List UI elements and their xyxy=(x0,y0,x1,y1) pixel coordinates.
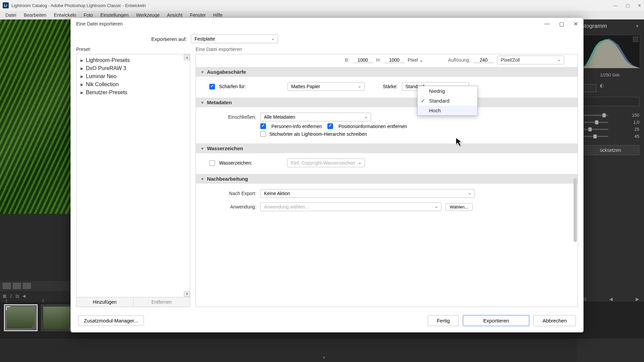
slider-row-0[interactable]: 150 xyxy=(577,112,644,119)
image-size-row: B: H: Pixel ⌄ Auflösung: Pixel/Zoll xyxy=(196,54,578,67)
choose-app-button[interactable]: Wählen... xyxy=(445,203,473,211)
preset-nik[interactable]: ▶Nik Collection xyxy=(77,80,189,88)
triangle-down-icon: ▼ xyxy=(201,101,204,105)
minimize-button[interactable]: — xyxy=(613,3,618,8)
export-to-select[interactable]: Festplatte xyxy=(191,35,278,43)
settings-panel: B: H: Pixel ⌄ Auflösung: Pixel/Zoll ▼ Au… xyxy=(196,54,578,307)
after-export-select[interactable]: Keine Aktion xyxy=(260,189,475,198)
strength-option-standard[interactable]: ✓Standard xyxy=(418,96,477,106)
reset-button[interactable]: ücksetzen xyxy=(582,145,639,155)
section-watermark-header[interactable]: ▼ Wasserzeichen xyxy=(196,143,578,153)
sharpen-checkbox[interactable] xyxy=(209,84,215,89)
width-label: B: xyxy=(345,57,349,63)
preset-dxo[interactable]: ▶DxO PureRAW 3 xyxy=(77,64,189,72)
after-export-value: Keine Aktion xyxy=(264,191,290,196)
include-value: Alle Metadaten xyxy=(264,114,295,120)
preset-remove-button[interactable]: Entfernen xyxy=(133,297,190,307)
expand-arrow-icon[interactable]: ▼ xyxy=(322,355,326,360)
dialog-minimize-button[interactable]: — xyxy=(544,21,550,27)
grid-icon[interactable]: ▦ xyxy=(3,294,6,298)
menu-bearbeiten[interactable]: Bearbeiten xyxy=(20,12,50,18)
resolution-unit-select[interactable]: Pixel/Zoll xyxy=(497,56,564,64)
window-controls: — ▢ ✕ xyxy=(613,3,641,8)
filmstrip-count: 2 xyxy=(10,294,12,298)
preset-box[interactable] xyxy=(582,97,639,106)
sharpen-for-value: Mattes Papier xyxy=(291,84,320,89)
remove-location-checkbox[interactable] xyxy=(327,123,333,129)
filmstrip-header: ▦ 2 ▤ ◀ xyxy=(0,292,74,300)
strength-option-low[interactable]: Niedrig xyxy=(418,86,477,96)
check-icon: ✓ xyxy=(421,98,425,104)
close-button[interactable]: ✕ xyxy=(638,3,641,8)
resolution-input[interactable] xyxy=(474,57,494,63)
section-sharpen-header[interactable]: ▼ Ausgabeschärfe xyxy=(196,67,578,77)
application-label: Anwendung: xyxy=(209,204,256,209)
thumb-index: 2 xyxy=(42,299,44,303)
include-select[interactable]: Alle Metadaten xyxy=(260,113,371,121)
export-to-label: Exportieren auf: xyxy=(151,36,187,42)
scroll-up-button[interactable]: ▴ xyxy=(184,54,190,60)
scroll-down-button[interactable]: ▾ xyxy=(184,291,190,297)
exposure-value: 1/250 Sek. xyxy=(600,72,621,77)
keywords-hierarchy-checkbox[interactable] xyxy=(260,131,266,137)
export-to-row: Exportieren auf: Festplatte xyxy=(71,30,583,47)
dialog-close-button[interactable]: ✕ xyxy=(574,21,578,27)
slider-row-2[interactable]: 25 xyxy=(577,126,644,133)
watermark-checkbox[interactable] xyxy=(209,160,215,166)
resolution-label: Auflösung: xyxy=(448,57,470,63)
tool-box[interactable] xyxy=(583,84,596,92)
application-select[interactable]: Anwendung wählen… xyxy=(260,202,441,211)
prev-icon[interactable]: ◀ xyxy=(22,294,25,298)
histogram-header[interactable]: stogramm ▼ xyxy=(577,19,644,33)
section-post-header[interactable]: ▼ Nachbearbeitung xyxy=(196,174,578,184)
cancel-button[interactable]: Abbrechen xyxy=(533,315,576,326)
preset-column: Preset: ▴ ▶Lightroom-Presets ▶DxO PureRA… xyxy=(76,47,190,307)
view-mode-1[interactable] xyxy=(3,283,11,289)
maximize-button[interactable]: ▢ xyxy=(626,3,630,8)
height-input[interactable] xyxy=(384,57,405,63)
view-mode-3[interactable] xyxy=(23,283,31,289)
plugin-manager-button[interactable]: Zusatzmodul-Manager... xyxy=(78,315,144,326)
dialog-footer: Zusatzmodul-Manager... Fertig Exportiere… xyxy=(71,310,583,332)
histogram-info: 1/250 Sek. xyxy=(577,70,644,79)
image-preview xyxy=(0,19,74,214)
done-button[interactable]: Fertig xyxy=(428,315,459,326)
section-watermark-body: Wasserzeichen: Einf. Copyright-Wasserzei… xyxy=(196,153,578,174)
thumbnail-2[interactable]: 2 xyxy=(41,304,74,331)
lamp-icon[interactable]: ◐ xyxy=(600,83,604,94)
histogram[interactable] xyxy=(581,35,640,68)
slider-value-1: 1,0 xyxy=(633,120,639,125)
preset-add-button[interactable]: Hinzufügen xyxy=(76,297,133,307)
width-input[interactable] xyxy=(353,57,373,63)
strength-dropdown: Niedrig ✓Standard Hoch xyxy=(417,86,478,116)
strength-option-high[interactable]: Hoch xyxy=(418,106,477,115)
export-button[interactable]: Exportieren xyxy=(463,315,530,326)
preset-luminar[interactable]: ▶Luminar Neo xyxy=(77,72,189,80)
dialog-maximize-button[interactable]: ▢ xyxy=(559,21,564,27)
highlight-clipping-icon[interactable] xyxy=(633,37,638,42)
slider-row-1[interactable]: 1,0 xyxy=(577,119,644,126)
grid2-icon[interactable]: ▤ xyxy=(15,294,19,298)
triangle-down-icon: ▼ xyxy=(201,70,204,74)
section-metadata-header[interactable]: ▼ Metadaten xyxy=(196,98,578,107)
export-dialog: Eine Datei exportieren — ▢ ✕ Exportieren… xyxy=(70,17,584,333)
chevron-right-icon[interactable]: ▶ xyxy=(636,296,639,302)
right-controls: ◐ xyxy=(577,79,644,112)
thumbnail-1[interactable]: 1 2 xyxy=(4,304,38,331)
sharpen-for-select[interactable]: Mattes Papier xyxy=(287,82,365,91)
preset-item-label: Lightroom-Presets xyxy=(86,57,130,63)
preset-lightroom[interactable]: ▶Lightroom-Presets xyxy=(77,56,189,64)
size-unit-select[interactable]: Pixel ⌄ xyxy=(408,57,428,63)
remove-person-checkbox[interactable] xyxy=(260,123,266,129)
menu-datei[interactable]: Datei xyxy=(2,12,20,18)
preset-user[interactable]: ▶Benutzer-Presets xyxy=(77,88,189,97)
section-post-title: Nachbearbeitung xyxy=(207,176,248,182)
application-value: Anwendung wählen… xyxy=(264,204,310,209)
option-label: Hoch xyxy=(429,108,441,113)
settings-scrollbar[interactable] xyxy=(574,178,577,242)
watermark-select[interactable]: Einf. Copyright-Wasserzeichen xyxy=(287,159,365,167)
slider-row-3[interactable]: 45 xyxy=(577,133,644,140)
view-mode-2[interactable] xyxy=(13,283,21,289)
chevron-left-icon[interactable]: ◀ xyxy=(609,296,613,302)
strength-label: Stärke: xyxy=(383,84,397,89)
